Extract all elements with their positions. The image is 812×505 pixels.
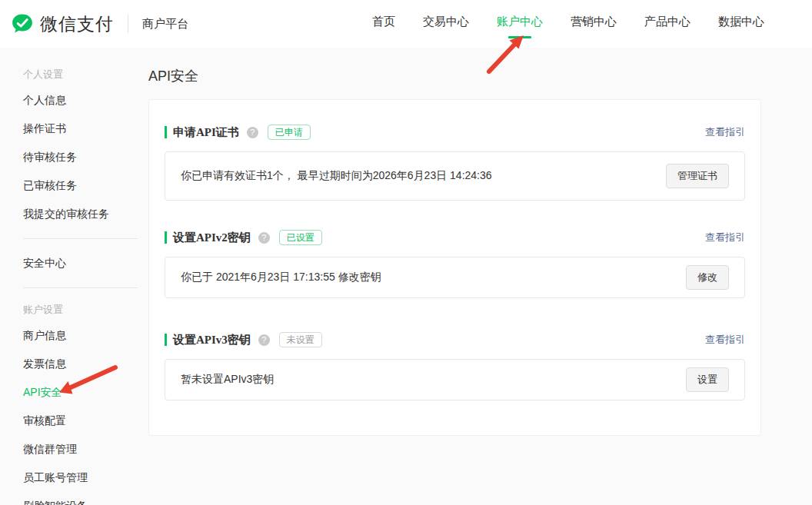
sidebar-group-personal-settings: 个人设置	[0, 63, 148, 86]
section-accent-bar	[165, 126, 167, 138]
brand-wordmark: 微信支付	[40, 12, 114, 36]
section-api-certificate: 申请API证书 ? 已申请 查看指引 你已申请有效证书1个， 最早过期时间为20…	[165, 125, 745, 201]
manage-certificate-button[interactable]: 管理证书	[666, 164, 729, 188]
main-content: API安全 申请API证书 ? 已申请 查看指引 你已申请有效证书1个， 最早过…	[148, 48, 812, 505]
modify-key-button[interactable]: 修改	[686, 265, 729, 290]
nav-item-marketing-center[interactable]: 营销中心	[569, 8, 618, 40]
sidebar-item-operation-certificate[interactable]: 操作证书	[0, 115, 148, 143]
section-accent-bar	[165, 231, 167, 244]
sidebar-item-personal-info[interactable]: 个人信息	[0, 86, 148, 115]
top-bar: 微信支付 商户平台 首页 交易中心 账户中心 营销中心 产品中心 数据中心	[0, 0, 812, 48]
sidebar-divider	[23, 287, 138, 288]
sidebar-item-pending-review-tasks[interactable]: 待审核任务	[0, 143, 148, 171]
sidebar-divider	[23, 238, 138, 239]
sidebar-item-face-device[interactable]: 刷脸智能设备	[0, 492, 148, 505]
help-icon[interactable]: ?	[258, 232, 270, 244]
section-title: 申请API证书	[173, 125, 239, 140]
page-title: API安全	[148, 67, 761, 85]
view-guide-link[interactable]: 查看指引	[705, 333, 745, 347]
nav-item-account-center[interactable]: 账户中心	[495, 8, 544, 40]
section-apiv2-key: 设置APIv2密钥 ? 已设置 查看指引 你已于 2021年6月23日 17:1…	[165, 230, 745, 298]
section-header: 设置APIv2密钥 ? 已设置 查看指引	[165, 230, 745, 245]
brand-divider	[128, 15, 128, 33]
section-accent-bar	[165, 334, 167, 346]
section-header: 申请API证书 ? 已申请 查看指引	[165, 125, 745, 140]
set-key-button[interactable]: 设置	[686, 367, 729, 392]
api-security-card: 申请API证书 ? 已申请 查看指引 你已申请有效证书1个， 最早过期时间为20…	[148, 99, 761, 436]
section-title: 设置APIv2密钥	[173, 231, 251, 245]
sidebar-item-my-submitted-tasks[interactable]: 我提交的审核任务	[0, 200, 148, 228]
section-box: 你已于 2021年6月23日 17:13:55 修改密钥 修改	[165, 257, 745, 298]
section-title: 设置APIv3密钥	[173, 333, 251, 347]
sidebar-item-invoice-info[interactable]: 发票信息	[0, 350, 148, 378]
nav-item-product-center[interactable]: 产品中心	[643, 8, 692, 40]
portal-label: 商户平台	[142, 17, 188, 32]
section-header: 设置APIv3密钥 ? 未设置 查看指引	[165, 332, 745, 347]
brand: 微信支付	[11, 12, 114, 36]
view-guide-link[interactable]: 查看指引	[705, 231, 745, 244]
section-apiv3-key: 设置APIv3密钥 ? 未设置 查看指引 暂未设置APIv3密钥 设置	[165, 332, 745, 400]
view-guide-link[interactable]: 查看指引	[705, 125, 745, 139]
section-box: 你已申请有效证书1个， 最早过期时间为2026年6月23日 14:24:36 管…	[165, 151, 745, 201]
status-badge: 未设置	[279, 332, 322, 347]
status-badge: 已申请	[268, 125, 311, 140]
sidebar-item-merchant-info[interactable]: 商户信息	[0, 321, 148, 350]
sidebar: 个人设置 个人信息 操作证书 待审核任务 已审核任务 我提交的审核任务 安全中心…	[0, 48, 148, 505]
sidebar-item-wechat-group-management[interactable]: 微信群管理	[0, 435, 148, 463]
nav-item-transaction-center[interactable]: 交易中心	[421, 8, 471, 40]
help-icon[interactable]: ?	[247, 127, 258, 138]
section-box: 暂未设置APIv3密钥 设置	[165, 359, 745, 400]
certificate-status-text: 你已申请有效证书1个， 最早过期时间为2026年6月23日 14:24:36	[181, 169, 666, 183]
wechat-pay-logo-icon	[11, 12, 34, 35]
sidebar-item-staff-account-management[interactable]: 员工账号管理	[0, 463, 148, 492]
nav-item-data-center[interactable]: 数据中心	[717, 8, 766, 40]
main-nav: 首页 交易中心 账户中心 营销中心 产品中心 数据中心	[371, 8, 766, 40]
sidebar-group-account-settings: 账户设置	[0, 298, 148, 321]
sidebar-item-api-security[interactable]: API安全	[0, 378, 148, 407]
page-body: 个人设置 个人信息 操作证书 待审核任务 已审核任务 我提交的审核任务 安全中心…	[0, 48, 812, 505]
status-badge: 已设置	[279, 230, 322, 245]
apiv3-status-text: 暂未设置APIv3密钥	[181, 373, 686, 387]
sidebar-item-security-center[interactable]: 安全中心	[0, 249, 148, 277]
sidebar-item-review-config[interactable]: 审核配置	[0, 407, 148, 435]
sidebar-item-reviewed-tasks[interactable]: 已审核任务	[0, 171, 148, 200]
nav-item-home[interactable]: 首页	[371, 8, 397, 40]
help-icon[interactable]: ?	[258, 334, 270, 346]
apiv2-status-text: 你已于 2021年6月23日 17:13:55 修改密钥	[181, 271, 686, 284]
